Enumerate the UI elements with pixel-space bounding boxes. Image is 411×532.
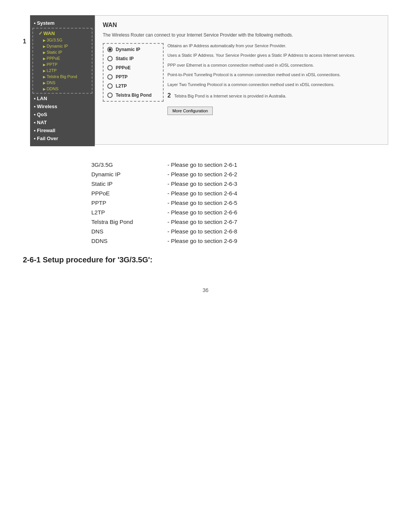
sidebar-item-qos[interactable]: QoS xyxy=(30,110,95,118)
option-label-telstra: Telstra Big Pond xyxy=(116,93,158,98)
desc-static-ip: Uses a Static IP Address. Your Service P… xyxy=(167,53,380,58)
section-desc-static-ip: - Please go to section 2-6-3 xyxy=(167,181,237,187)
sidebar-sub-telstra[interactable]: Telstra Big Pond xyxy=(35,73,90,80)
options-box: Dynamic IP Static IP PPPoE PPTP xyxy=(103,43,164,102)
radio-pptp[interactable] xyxy=(107,74,113,80)
section-term-ddns: DDNS xyxy=(91,238,167,244)
section-desc-telstra: - Please go to section 2-6-7 xyxy=(167,219,237,225)
section-term-dns: DNS xyxy=(91,228,167,235)
section-term-pppoe: PPPoE xyxy=(91,190,167,197)
list-item: Telstra Big Pond - Please go to section … xyxy=(91,219,388,225)
sidebar-item-lan[interactable]: LAN xyxy=(30,94,95,102)
desc-pppoe: PPP over Ethernet is a common connection… xyxy=(167,62,380,68)
sidebar-sub-pppoe[interactable]: PPPoE xyxy=(35,55,90,61)
list-item: 3G/3.5G - Please go to section 2-6-1 xyxy=(91,161,388,168)
section-term-dynamic-ip: Dynamic IP xyxy=(91,171,167,177)
section-desc-ddns: - Please go to section 2-6-9 xyxy=(167,238,237,244)
list-item: L2TP - Please go to section 2-6-6 xyxy=(91,209,388,216)
option-row-static-ip[interactable]: Static IP xyxy=(107,56,159,61)
option-row-dynamic-ip[interactable]: Dynamic IP xyxy=(107,47,159,52)
radio-l2tp[interactable] xyxy=(107,83,113,89)
sidebar-sub-3g[interactable]: 3G/3.5G xyxy=(35,37,90,43)
section-desc-pptp: - Please go to section 2-6-5 xyxy=(167,200,237,206)
list-item: Dynamic IP - Please go to section 2-6-2 xyxy=(91,171,388,177)
section-term-l2tp: L2TP xyxy=(91,209,167,216)
list-item: PPTP - Please go to section 2-6-5 xyxy=(91,200,388,206)
sidebar-item-firewall[interactable]: Firewall xyxy=(30,126,95,134)
section-desc-dns: - Please go to section 2-6-8 xyxy=(167,228,237,235)
desc-pptp: Point-to-Point Tunneling Protocol is a c… xyxy=(167,72,380,78)
section-desc-3g: - Please go to section 2-6-1 xyxy=(167,161,237,168)
step-2-number: 2 xyxy=(167,92,171,99)
sidebar-item-system[interactable]: System xyxy=(30,19,95,27)
option-label-dynamic-ip: Dynamic IP xyxy=(116,47,158,52)
sidebar: System WAN 3G/3.5G Dynamic IP Static IP … xyxy=(30,15,95,146)
page-number: 36 xyxy=(23,287,388,293)
option-row-pptp[interactable]: PPTP xyxy=(107,74,159,80)
radio-telstra[interactable] xyxy=(107,93,113,98)
section-term-telstra: Telstra Big Pond xyxy=(91,219,167,225)
list-item: Static IP - Please go to section 2-6-3 xyxy=(91,181,388,187)
option-label-static-ip: Static IP xyxy=(116,56,158,61)
sidebar-sub-dynamic-ip[interactable]: Dynamic IP xyxy=(35,43,90,49)
list-item: DNS - Please go to section 2-6-8 xyxy=(91,228,388,235)
options-area: Dynamic IP Static IP PPPoE PPTP xyxy=(103,43,380,115)
section-term-static-ip: Static IP xyxy=(91,181,167,187)
list-item: DDNS - Please go to section 2-6-9 xyxy=(91,238,388,244)
option-label-pptp: PPTP xyxy=(116,74,158,80)
more-config-button[interactable]: More Configuration xyxy=(167,107,213,115)
sidebar-sub-ddns[interactable]: DDNS xyxy=(35,86,90,92)
list-item: PPPoE - Please go to section 2-6-4 xyxy=(91,190,388,197)
sidebar-wan-group: WAN 3G/3.5G Dynamic IP Static IP PPPoE P… xyxy=(32,28,92,94)
radio-pppoe[interactable] xyxy=(107,65,113,70)
section-desc-pppoe: - Please go to section 2-6-4 xyxy=(167,190,237,197)
section-term-3g: 3G/3.5G xyxy=(91,161,167,168)
section-list: 3G/3.5G - Please go to section 2-6-1 Dyn… xyxy=(91,161,388,244)
sidebar-item-nat[interactable]: NAT xyxy=(30,118,95,126)
wan-panel: WAN The Wireless Router can connect to y… xyxy=(95,15,388,145)
setup-heading: 2-6-1 Setup procedure for '3G/3.5G': xyxy=(23,256,388,264)
section-desc-dynamic-ip: - Please go to section 2-6-2 xyxy=(167,171,237,177)
sidebar-sub-dns[interactable]: DNS xyxy=(35,80,90,86)
desc-dynamic-ip: Obtains an IP Address automatically from… xyxy=(167,43,380,49)
diagram-area: 1 System WAN 3G/3.5G Dynamic IP Static I… xyxy=(23,15,388,146)
option-row-pppoe[interactable]: PPPoE xyxy=(107,65,159,70)
sidebar-item-wan[interactable]: WAN xyxy=(35,30,90,37)
radio-dynamic-ip[interactable] xyxy=(107,47,113,52)
desc-l2tp: Layer Two Tunneling Protocol is a common… xyxy=(167,82,380,88)
radio-static-ip[interactable] xyxy=(107,56,113,61)
section-desc-l2tp: - Please go to section 2-6-6 xyxy=(167,209,237,216)
option-label-pppoe: PPPoE xyxy=(116,65,158,70)
section-term-pptp: PPTP xyxy=(91,200,167,206)
sidebar-item-failover[interactable]: Fail Over xyxy=(30,134,95,142)
option-row-telstra[interactable]: Telstra Big Pond xyxy=(107,93,159,98)
wan-title: WAN xyxy=(103,22,380,29)
sidebar-sub-static-ip[interactable]: Static IP xyxy=(35,49,90,55)
step-1-number: 1 xyxy=(23,38,26,45)
desc-telstra: 2 Telstra Big Pond is a Internet service… xyxy=(167,91,380,100)
wan-description: The Wireless Router can connect to your … xyxy=(103,32,380,38)
more-config-btn-wrapper: More Configuration xyxy=(167,104,380,115)
option-label-l2tp: L2TP xyxy=(116,83,158,89)
sidebar-sub-pptp[interactable]: PPTP xyxy=(35,61,90,67)
option-row-l2tp[interactable]: L2TP xyxy=(107,83,159,89)
descriptions-area: Obtains an IP Address automatically from… xyxy=(167,43,380,115)
sidebar-item-wireless[interactable]: Wireless xyxy=(30,102,95,110)
sidebar-sub-l2tp[interactable]: L2TP xyxy=(35,67,90,73)
